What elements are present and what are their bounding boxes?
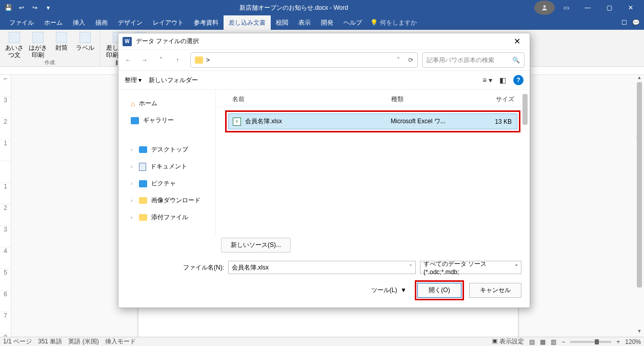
scroll-up-icon[interactable]: ▲ [637,75,642,80]
ribbon-display-options-icon[interactable]: ▭ [556,1,576,15]
new-folder-button[interactable]: 新しいフォルダー [149,76,198,85]
status-words[interactable]: 351 単語 [38,337,62,346]
desktop-icon [139,146,147,153]
col-size[interactable]: サイズ [478,95,514,104]
status-page[interactable]: 1/1 ページ [3,337,32,346]
dialog-address-bar: ← → ˅ ↑ > ˅ ⟳ 記事用パワポ原本の検索 🔍 [118,50,530,70]
filename-input[interactable]: 会員名簿.xlsx ˅ [228,261,416,274]
nav-attachments[interactable]: ›添付ファイル [120,209,213,226]
tab-home[interactable]: ホーム [39,15,68,30]
nav-documents[interactable]: ›ドキュメント [120,158,213,175]
print-layout-icon[interactable]: ▦ [540,338,546,345]
file-row[interactable]: X 会員名簿.xlsx Microsoft Excel ワ... 13 KB [228,113,517,129]
display-settings[interactable]: ▣ 表示設定 [492,337,524,346]
col-type[interactable]: 種類 [391,95,478,104]
chevron-right-icon[interactable]: › [131,147,132,152]
user-avatar[interactable] [534,1,555,15]
tab-draw[interactable]: 描画 [90,15,113,30]
group-label-create: 作成 [45,59,55,66]
close-icon[interactable]: ✕ [620,1,641,15]
minimize-icon[interactable]: — [577,1,598,15]
refresh-icon[interactable]: ⟳ [408,56,413,64]
nav-back-icon[interactable]: ← [124,56,133,64]
zoom-in-icon[interactable]: + [616,338,620,345]
zoom-level[interactable]: 120% [625,338,641,345]
scrollbar-vertical[interactable]: ▲ ▼ [637,75,642,334]
dialog-title: データ ファイルの選択 [136,37,199,46]
redo-icon[interactable]: ↪ [30,3,40,13]
postcard-button[interactable]: はがき印刷 [28,32,48,59]
web-layout-icon[interactable]: ▥ [551,338,556,345]
chevron-right-icon[interactable]: › [131,181,132,186]
nav-recent-icon[interactable]: ˅ [156,56,166,64]
quick-access-toolbar: 💾 ↩ ↪ ▾ [3,3,53,13]
navigation-pane: ⌂ホーム ギャラリー ›デスクトップ ›ドキュメント ›ピクチャ ›画像ダウンロ… [118,90,216,235]
status-language[interactable]: 英語 (米国) [68,337,98,346]
nav-pictures[interactable]: ›ピクチャ [120,175,213,192]
ruler-vertical[interactable]: ⌐32112345678910111213 [0,75,11,337]
filename-label: ファイル名(N): [183,263,224,272]
nav-home[interactable]: ⌂ホーム [120,95,213,112]
view-mode-button[interactable]: ≡ ▾ [482,76,492,84]
tab-review[interactable]: 校閲 [271,15,293,30]
chevron-right-icon[interactable]: › [131,164,132,169]
zoom-out-icon[interactable]: − [561,338,565,345]
comments-icon[interactable]: 💬 [632,19,640,26]
list-scroll-thumb[interactable] [522,94,528,125]
help-icon[interactable]: ? [513,75,524,85]
word-icon: W [123,37,132,46]
organize-button[interactable]: 整理 ▾ [125,76,142,85]
nav-forward-icon[interactable]: → [140,56,149,64]
highlight-annotation: X 会員名簿.xlsx Microsoft Excel ワ... 13 KB [225,110,520,132]
maximize-icon[interactable]: ▢ [599,1,619,15]
tab-layout[interactable]: レイアウト [148,15,189,30]
tab-view[interactable]: 表示 [293,15,316,30]
qat-dropdown-icon[interactable]: ▾ [43,3,53,13]
new-source-button[interactable]: 新しいソース(S)... [221,238,291,253]
svg-point-0 [544,5,546,8]
greeting-button[interactable]: あいさつ文 [4,32,25,59]
preview-pane-button[interactable]: ◧ [499,76,506,84]
nav-up-icon[interactable]: ↑ [173,56,182,64]
folder-icon [139,214,147,221]
dialog-toolbar: 整理 ▾ 新しいフォルダー ≡ ▾ ◧ ? [118,70,530,90]
envelope-button[interactable]: 封筒 [51,32,72,59]
share-icon[interactable]: ☐ [621,19,627,26]
status-insert-mode[interactable]: 挿入モード [105,337,136,346]
chevron-right-icon[interactable]: › [131,215,132,220]
tab-insert[interactable]: 挿入 [68,15,90,30]
search-box[interactable]: 記事用パワポ原本の検索 🔍 [422,52,525,68]
tab-design[interactable]: デザイン [113,15,148,30]
tab-file[interactable]: ファイル [4,15,39,30]
nav-image-downloads[interactable]: ›画像ダウンロード [120,192,213,209]
filetype-filter[interactable]: すべてのデータ ソース (*.odc;*.mdb; ˅ [420,261,521,274]
tab-mailings[interactable]: 差し込み文書 [224,15,271,30]
undo-icon[interactable]: ↩ [16,3,27,13]
nav-desktop[interactable]: ›デスクトップ [120,141,213,158]
titlebar: 💾 ↩ ↪ ▾ 新店舗オープンのお知らせ.docx - Word ▭ — ▢ ✕ [0,0,644,15]
chevron-right-icon[interactable]: › [131,198,132,203]
tell-me-search[interactable]: 💡 何をしますか [370,18,417,27]
filename-dropdown-icon[interactable]: ˅ [409,264,412,271]
scroll-down-icon[interactable]: ▼ [637,329,642,334]
dialog-close-button[interactable]: ✕ [509,34,526,48]
filter-dropdown-icon[interactable]: ˅ [515,264,518,271]
path-box[interactable]: > ˅ ⟳ [190,52,418,68]
read-mode-icon[interactable]: ▤ [529,338,535,345]
scrollbar-thumb[interactable] [637,82,642,287]
tools-button[interactable]: ツール(L) ▼ [371,286,407,295]
tab-references[interactable]: 参考資料 [189,15,224,30]
ribbon-tabs: ファイル ホーム 挿入 描画 デザイン レイアウト 参考資料 差し込み文書 校閲… [0,15,644,30]
save-icon[interactable]: 💾 [3,3,13,13]
open-button[interactable]: 開く(O) [417,283,461,298]
col-name[interactable]: 名前 [232,95,391,104]
nav-gallery[interactable]: ギャラリー [120,112,213,129]
zoom-slider[interactable] [570,341,611,343]
search-icon: 🔍 [512,56,520,64]
label-button[interactable]: ラベル [75,32,95,59]
tab-help[interactable]: ヘルプ [338,15,367,30]
path-dropdown-icon[interactable]: ˅ [397,56,400,64]
cancel-button[interactable]: キャンセル [469,283,521,298]
tab-developer[interactable]: 開発 [316,15,338,30]
list-scrollbar[interactable] [522,93,528,232]
